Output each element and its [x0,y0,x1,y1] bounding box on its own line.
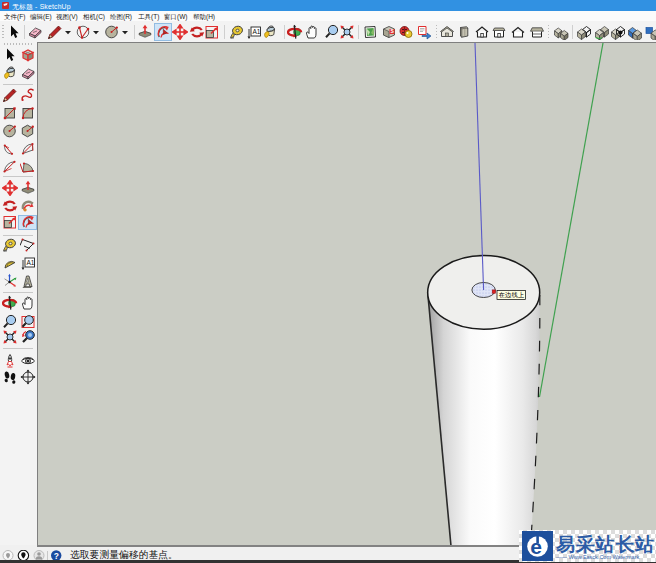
svg-text:A1: A1 [252,28,260,35]
svg-text:e: e [530,535,542,558]
svg-text:A1: A1 [26,259,34,266]
svg-text:在边线上: 在边线上 [499,291,525,299]
